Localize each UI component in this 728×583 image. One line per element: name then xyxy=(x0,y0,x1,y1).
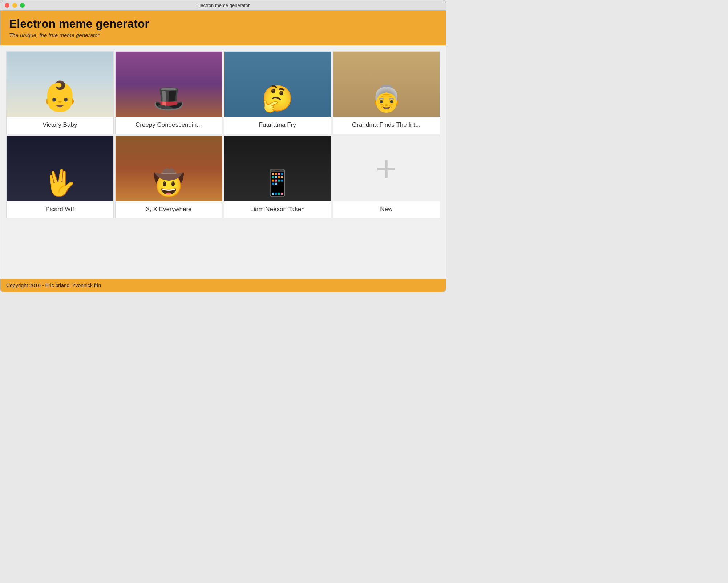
meme-card-new[interactable]: New xyxy=(333,136,440,218)
meme-card-picard[interactable]: Picard Wtf xyxy=(6,136,114,218)
meme-card-liam[interactable]: Liam Neeson Taken xyxy=(224,136,331,218)
meme-label-liam: Liam Neeson Taken xyxy=(224,201,331,218)
add-meme-icon xyxy=(372,154,401,183)
meme-label-wonka: Creepy Condescendin... xyxy=(116,117,222,134)
app-footer: Copyright 2016 - Eric briand, Yvonnick f… xyxy=(0,279,446,292)
window-controls xyxy=(5,3,25,8)
meme-image-liam xyxy=(224,136,331,201)
title-bar-text: Electron meme generator xyxy=(197,3,250,8)
main-content: Victory BabyCreepy Condescendin...Futura… xyxy=(0,45,446,279)
meme-grid: Victory BabyCreepy Condescendin...Futura… xyxy=(6,51,440,218)
meme-card-wonka[interactable]: Creepy Condescendin... xyxy=(115,51,223,134)
meme-label-grandma: Grandma Finds The Int... xyxy=(333,117,440,134)
footer-text: Copyright 2016 - Eric briand, Yvonnick f… xyxy=(6,282,101,288)
meme-card-fry[interactable]: Futurama Fry xyxy=(224,51,331,134)
meme-thumbnail-victory-baby xyxy=(7,52,113,117)
app-title: Electron meme generator xyxy=(9,17,437,31)
close-button[interactable] xyxy=(5,3,9,8)
meme-image-fry xyxy=(224,52,331,117)
meme-label-new: New xyxy=(333,201,440,218)
meme-thumbnail-grandma xyxy=(333,52,440,117)
meme-thumbnail-liam xyxy=(224,136,331,201)
meme-label-victory-baby: Victory Baby xyxy=(7,117,113,134)
meme-card-toystory[interactable]: X, X Everywhere xyxy=(115,136,223,218)
meme-image-grandma xyxy=(333,52,440,117)
meme-label-picard: Picard Wtf xyxy=(7,201,113,218)
meme-thumbnail-toystory xyxy=(116,136,222,201)
meme-image-picard xyxy=(7,136,113,201)
meme-card-victory-baby[interactable]: Victory Baby xyxy=(6,51,114,134)
app-header: Electron meme generator The unique, the … xyxy=(0,11,446,45)
maximize-button[interactable] xyxy=(20,3,25,8)
meme-image-toystory xyxy=(116,136,222,201)
meme-thumbnail-wonka xyxy=(116,52,222,117)
meme-image-victory-baby xyxy=(7,52,113,117)
meme-label-fry: Futurama Fry xyxy=(224,117,331,134)
meme-image-wonka xyxy=(116,52,222,117)
meme-thumbnail-fry xyxy=(224,52,331,117)
title-bar: Electron meme generator xyxy=(0,0,446,11)
meme-thumbnail-picard xyxy=(7,136,113,201)
minimize-button[interactable] xyxy=(12,3,17,8)
app-subtitle: The unique, the true meme generator xyxy=(9,32,437,38)
meme-card-grandma[interactable]: Grandma Finds The Int... xyxy=(333,51,440,134)
meme-image-new xyxy=(333,136,440,201)
meme-label-toystory: X, X Everywhere xyxy=(116,201,222,218)
